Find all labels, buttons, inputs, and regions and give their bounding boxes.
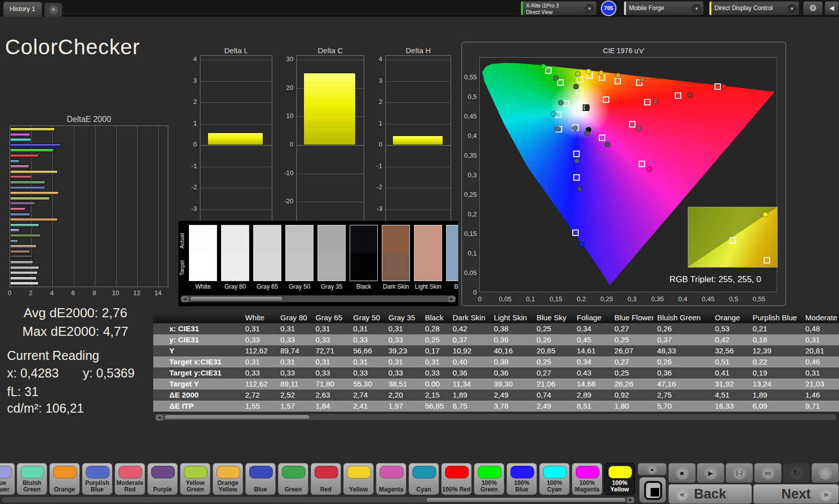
palette-button-orange-yellow[interactable]: Orange Yellow (213, 463, 243, 495)
swatch-target-dark-skin (382, 253, 409, 281)
palette-button-100-magenta[interactable]: 100% Magenta (572, 463, 602, 495)
palette-button-red[interactable]: Red (310, 463, 341, 495)
row-label-target-x-cie31: Target x:CIE31 (153, 356, 241, 367)
tick-label-delta-l--2: -2 (182, 183, 197, 191)
palette-button-orange[interactable]: Orange (49, 463, 80, 495)
cell-x-cie31-foliage: 0,34 (573, 323, 610, 334)
tick-label-delta-l-4: 4 (182, 55, 197, 63)
meter-status-badge[interactable]: 705 (601, 1, 616, 16)
swatch-scrollbar[interactable]: ◀▶ (180, 295, 456, 302)
palette-button-purplish-blue[interactable]: Purplish Blue (82, 463, 113, 495)
cell-target-x-cie31-dark-skin: 0,40 (449, 356, 490, 367)
palette-swatch-100-yellow (608, 466, 632, 478)
column-header-gray-50: Gray 50 (349, 312, 384, 323)
table-row-target-y-cie31: Target y:CIE310,330,330,330,330,330,330,… (153, 367, 839, 379)
palette-page-up-button[interactable]: ▲ (638, 463, 667, 475)
inset-dot-0 (763, 212, 768, 217)
gridline-4 (200, 60, 272, 60)
workflow-dropdown[interactable]: Direct Display Control ▼ (709, 1, 799, 16)
cell--e-2000-orange: 4,51 (711, 390, 749, 401)
pattern-window-button[interactable] (639, 477, 666, 503)
pattern-window-icon (644, 481, 662, 500)
swatch-blue (446, 225, 458, 281)
de-bar-yellow (10, 170, 58, 174)
palette-button-blue-flower-clipped[interactable]: Blue Flower (0, 463, 15, 495)
palette-label-orange: Orange (50, 486, 79, 493)
cie-measured-dot-22 (577, 186, 582, 192)
palette-label-cyan: Cyan (409, 486, 439, 493)
palette-button-blue-flower-partial[interactable]: Blue Flower (0, 463, 15, 495)
extra-button[interactable] (811, 463, 839, 483)
palette-swatch-blue (249, 466, 273, 478)
cell-y-cie31-foliage: 0,45 (573, 334, 610, 345)
table-scrollbar[interactable]: ◀ (155, 414, 837, 421)
cie-x-tick-3: 0,15 (546, 295, 566, 303)
cie-measured-dot-10 (573, 84, 579, 89)
play-button[interactable]: ▶ (697, 463, 724, 483)
palette-button-purple[interactable]: Purple (147, 463, 178, 495)
de-bar-gray-65 (10, 271, 38, 275)
palette-button-yellow[interactable]: Yellow (343, 463, 374, 495)
palette-button-100-green[interactable]: 100% Green (474, 463, 504, 495)
swatch-scrollbar-thumb[interactable] (190, 296, 283, 301)
loop-button[interactable]: ∞ (754, 463, 782, 483)
palette-swatch-100-red (445, 466, 469, 478)
collapse-panel-button[interactable]: ◀ (824, 1, 839, 16)
cie-y-tick-6: 0,25 (460, 191, 477, 198)
table-row-y-cie31: y: CIE310,330,330,330,330,330,250,370,36… (153, 334, 839, 345)
source-dropdown[interactable]: Mobile Forge ▼ (623, 1, 704, 16)
luminance: cd/m²: 106,21 (7, 401, 84, 416)
range-button[interactable]: [–] (725, 463, 753, 483)
settings-button[interactable]: ⚙ (803, 1, 823, 16)
palette-button-yellow-green[interactable]: Yellow Green (180, 463, 211, 495)
gear-icon: ⚙ (809, 4, 816, 13)
next-button[interactable]: Next » (753, 484, 839, 504)
scroll-right-icon[interactable]: ▶ (448, 296, 455, 302)
scroll-left-icon[interactable]: ◀ (181, 296, 188, 302)
cie-measured-dot-5 (615, 73, 621, 78)
refresh-button[interactable]: ↻ (783, 463, 810, 483)
tick-label-delta-l-0: 0 (182, 141, 197, 148)
column-header-blue-sky: Blue Sky (533, 312, 573, 323)
row-label--e-itp: ΔE ITP (153, 401, 241, 412)
back-button[interactable]: « Back (668, 484, 752, 504)
row-label-target-y: Target Y (153, 379, 241, 390)
swatch-gray-35 (318, 225, 346, 281)
palette-button-green[interactable]: Green (278, 463, 308, 495)
table-row-y: Y112,6289,7472,7156,6639,230,1710,9240,1… (153, 345, 839, 356)
palette-button-100-blue[interactable]: 100% Blue (506, 463, 537, 495)
palette-scrollbar-thumb[interactable] (426, 497, 626, 502)
cell-y-gray-80: 89,74 (276, 345, 311, 356)
tab-history-1[interactable]: History 1 (3, 2, 42, 17)
swatch-target-gray-65 (254, 253, 281, 281)
palette-button-blue[interactable]: Blue (245, 463, 276, 495)
meter-dropdown[interactable]: X-Rite i1Pro 3 Direct View ▼ (520, 1, 597, 16)
palette-button-bluish-green[interactable]: Bluish Green (17, 463, 47, 495)
cell-y-white: 112,62 (241, 345, 276, 356)
palette-label-100-yellow: 100% Yellow (605, 480, 635, 493)
de-bar-cyan (10, 160, 20, 163)
palette-button-100-cyan[interactable]: 100% Cyan (539, 463, 570, 495)
palette-label-100-blue: 100% Blue (507, 480, 537, 493)
palette-button-cyan[interactable]: Cyan (408, 463, 439, 495)
actual-row-label: Actual (179, 228, 187, 254)
cell-y-cie31-gray-80: 0,33 (276, 334, 311, 345)
palette-button-magenta[interactable]: Magenta (376, 463, 406, 495)
stop-button[interactable]: ■ (668, 463, 696, 483)
palette-button-100-yellow[interactable]: 100% Yellow (604, 463, 635, 495)
cie-x-tick-5: 0,25 (597, 295, 617, 303)
scroll-right-icon[interactable]: ▶ (627, 497, 634, 503)
swatch-gray-50 (285, 225, 313, 281)
swatch-actual-white (189, 225, 217, 253)
palette-button-moderate-red[interactable]: Moderate Red (115, 463, 145, 495)
palette-scrollbar[interactable]: ▶ (1, 496, 635, 503)
cell-target-x-cie31-white: 0,31 (241, 356, 276, 367)
de-bar-yellow-green (10, 197, 50, 200)
add-tab-button[interactable]: + (44, 3, 62, 17)
cie-1976-panel: CIE 1976 u'v' RGB Triplet: 255, 255, 0 0… (461, 42, 786, 306)
scroll-left-icon[interactable]: ◀ (156, 415, 163, 421)
cell-target-y-cie31-black: 0,33 (421, 367, 449, 379)
swatch-label-light-skin: Light Skin (414, 283, 442, 290)
palette-button-100-red[interactable]: 100% Red (441, 463, 472, 495)
table-scrollbar-thumb[interactable] (164, 415, 310, 420)
